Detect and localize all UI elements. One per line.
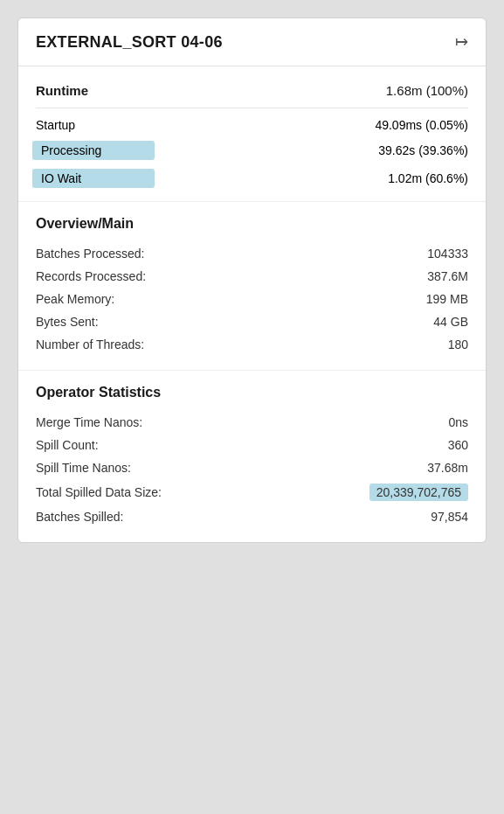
card-title: EXTERNAL_SORT 04-06 (36, 33, 223, 52)
overview-stat-label: Number of Threads: (36, 337, 144, 351)
operator-stat-label: Spill Count: (36, 438, 99, 452)
runtime-row: IO Wait1.02m (60.6%) (36, 164, 468, 192)
overview-stat-value: 180 (448, 337, 468, 351)
operator-rows: Merge Time Nanos:0nsSpill Count:360Spill… (36, 411, 468, 528)
overview-section: Overview/Main Batches Processed:104333Re… (18, 202, 486, 371)
overview-title: Overview/Main (36, 216, 468, 232)
overview-rows: Batches Processed:104333Records Processe… (36, 242, 468, 356)
operator-stat-label: Merge Time Nanos: (36, 415, 142, 429)
operator-stat-label: Batches Spilled: (36, 510, 123, 524)
operator-stat-row: Spill Time Nanos:37.68m (36, 456, 468, 479)
overview-stat-label: Peak Memory: (36, 292, 114, 306)
operator-stat-value: 37.68m (427, 461, 468, 475)
operator-stat-value: 97,854 (431, 510, 468, 524)
export-icon[interactable]: ↦ (455, 32, 468, 52)
runtime-section: Runtime1.68m (100%)Startup49.09ms (0.05%… (18, 66, 486, 202)
overview-stat-value: 44 GB (433, 315, 468, 329)
overview-stat-label: Bytes Sent: (36, 315, 99, 329)
overview-stat-label: Batches Processed: (36, 247, 145, 261)
runtime-rows: Runtime1.68m (100%)Startup49.09ms (0.05%… (36, 79, 468, 192)
operator-stat-value: 0ns (448, 415, 468, 429)
overview-stat-value: 199 MB (426, 292, 468, 306)
overview-stat-row: Records Processed:387.6M (36, 265, 468, 288)
runtime-label: Startup (36, 118, 75, 132)
main-card: EXTERNAL_SORT 04-06 ↦ Runtime1.68m (100%… (17, 17, 487, 543)
runtime-row: Startup49.09ms (0.05%) (36, 114, 468, 136)
overview-stat-row: Batches Processed:104333 (36, 242, 468, 265)
operator-stat-value: 360 (448, 438, 468, 452)
runtime-label: Processing (32, 141, 155, 160)
runtime-row: Runtime1.68m (100%) (36, 79, 468, 102)
runtime-value: 49.09ms (0.05%) (375, 118, 468, 132)
card-header: EXTERNAL_SORT 04-06 ↦ (18, 18, 486, 66)
runtime-label: Runtime (36, 83, 88, 98)
runtime-value: 1.68m (100%) (386, 83, 468, 98)
operator-stat-value: 20,339,702,765 (369, 484, 468, 501)
runtime-value: 39.62s (39.36%) (378, 143, 468, 157)
overview-stat-row: Peak Memory:199 MB (36, 288, 468, 310)
operator-stat-row: Total Spilled Data Size:20,339,702,765 (36, 479, 468, 505)
overview-stat-label: Records Processed: (36, 269, 146, 283)
overview-stat-row: Bytes Sent:44 GB (36, 310, 468, 333)
operator-stat-row: Spill Count:360 (36, 434, 468, 456)
runtime-value: 1.02m (60.6%) (388, 171, 468, 185)
operator-stat-row: Merge Time Nanos:0ns (36, 411, 468, 434)
operator-stat-label: Spill Time Nanos: (36, 461, 131, 475)
runtime-row: Processing39.62s (39.36%) (36, 136, 468, 164)
overview-stat-value: 387.6M (427, 269, 468, 283)
operator-stat-row: Batches Spilled:97,854 (36, 505, 468, 528)
runtime-label: IO Wait (32, 169, 155, 188)
overview-stat-value: 104333 (427, 247, 468, 261)
operator-stats-title: Operator Statistics (36, 385, 468, 400)
overview-stat-row: Number of Threads:180 (36, 333, 468, 356)
operator-stat-label: Total Spilled Data Size: (36, 485, 162, 499)
operator-stats-section: Operator Statistics Merge Time Nanos:0ns… (18, 371, 486, 542)
